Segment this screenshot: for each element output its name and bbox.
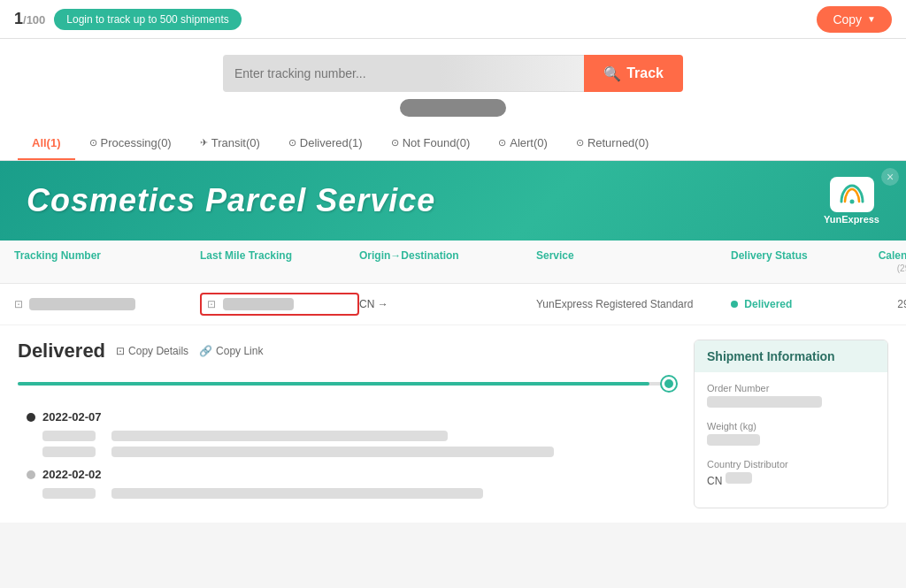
timeline-desc-2 [111,447,554,457]
shipment-info-body: Order Number Weight (kg) Country Distrib… [695,372,887,508]
delivered-dot-icon [731,301,738,308]
copy-details-button[interactable]: ⊡ Copy Details [116,345,188,357]
svg-point-0 [849,200,854,204]
th-delivery-status: Delivery Status [731,249,864,274]
copy-button[interactable]: Copy ▼ [817,6,892,33]
filter-tabs: All(1) ⊙ Processing(0) ✈ Transit(0) ⊙ De… [0,127,906,161]
yunexpress-logo-text: YunExpress [824,214,879,225]
transit-icon: ✈ [200,137,208,149]
tab-notfound[interactable]: ⊙ Not Found(0) [377,127,485,160]
arrow-icon: → [378,298,388,310]
courier-banner: Cosmetics Parcel Service YunExpress × [0,161,906,241]
search-icon: 🔍 [603,65,621,82]
progress-bar [18,375,676,393]
yunexpress-logo-icon [830,177,874,212]
timeline: 2022-02-07 2022-02-02 [18,410,676,499]
order-number-label: Order Number [707,383,875,393]
track-button[interactable]: 🔍 Track [584,55,683,92]
copy-details-icon: ⊡ [116,345,125,357]
alert-icon: ⊙ [498,137,506,149]
table-header: Tracking Number Last Mile Tracking Origi… [0,241,906,284]
td-last-mile: ⊡ [200,293,359,316]
returned-icon: ⊙ [576,137,584,149]
last-mile-cell: ⊡ [200,293,359,316]
td-service: YunExpress Registered Standard [536,298,731,310]
td-tracking-number: ⊡ [14,298,200,310]
search-row: 🔍 Track [223,55,683,92]
progress-track [18,382,676,386]
country-extra-value [726,472,752,484]
delivered-title: Delivered [18,340,105,363]
th-calendar-day: Calendar Day(29.5 d) [864,249,906,274]
country-value: CN [707,475,726,487]
timeline-event-3 [27,488,676,499]
courier-logo: YunExpress [824,177,879,225]
td-origin-dest: CN → [359,298,536,310]
th-service: Service [536,249,731,274]
timeline-time-2 [42,447,96,457]
tab-processing[interactable]: ⊙ Processing(0) [75,127,186,160]
detail-left: Delivered ⊡ Copy Details 🔗 Copy Link 202… [18,340,676,508]
shipment-info-header: Shipment Information [695,340,887,372]
th-tracking-number: Tracking Number [14,249,200,274]
timeline-date-1: 2022-02-07 [27,410,676,424]
blurred-pill [400,99,506,117]
info-field-order: Order Number [707,383,875,412]
country-label: Country Distributor [707,459,875,470]
tab-transit[interactable]: ✈ Transit(0) [186,127,274,160]
table-row: ⊡ ⊡ CN → YunExpress Registered Standard … [0,284,906,325]
tracking-number-value [29,298,135,310]
th-last-mile: Last Mile Tracking [200,249,359,274]
delivered-header: Delivered ⊡ Copy Details 🔗 Copy Link [18,340,676,363]
tracking-table: Tracking Number Last Mile Tracking Origi… [0,241,906,325]
detail-right: Shipment Information Order Number Weight… [694,340,888,508]
timeline-dot-2 [27,470,35,479]
copy-last-mile-icon[interactable]: ⊡ [207,298,216,310]
delivery-status-value: Delivered [744,298,792,310]
tab-delivered[interactable]: ⊙ Delivered(1) [274,127,377,160]
courier-name: Cosmetics Parcel Service [27,182,435,219]
timeline-event-2 [27,447,676,457]
count-total: /100 [23,13,45,27]
progress-dot-icon [662,377,676,391]
search-input[interactable] [223,55,584,92]
timeline-time-3 [42,488,96,499]
weight-label: Weight (kg) [707,421,875,431]
weight-value [707,434,760,446]
copy-tracking-icon[interactable]: ⊡ [14,298,23,310]
order-number-value [707,396,822,408]
td-calendar-day: 29.5 d [864,298,906,310]
delivered-icon: ⊙ [288,137,296,149]
info-field-weight: Weight (kg) [707,421,875,450]
shipment-count: 1/100 [14,10,45,28]
tab-returned[interactable]: ⊙ Returned(0) [562,127,663,160]
search-section: 🔍 Track [0,39,906,127]
timeline-date-2: 2022-02-02 [27,468,676,481]
detail-section: Delivered ⊡ Copy Details 🔗 Copy Link 202… [0,325,906,523]
login-button[interactable]: Login to track up to 500 shipments [54,9,241,30]
timeline-desc-3 [111,488,483,499]
timeline-dot-1 [27,413,35,422]
info-field-country: Country Distributor CN [707,459,875,488]
last-mile-value [223,298,294,310]
banner-close-button[interactable]: × [881,168,899,186]
top-bar-left: 1/100 Login to track up to 500 shipments [14,9,242,30]
copy-arrow-icon: ▼ [867,14,876,24]
th-origin-dest: Origin→Destination [359,249,536,274]
notfound-icon: ⊙ [391,137,399,149]
top-bar: 1/100 Login to track up to 500 shipments… [0,0,906,39]
shipment-info-panel: Shipment Information Order Number Weight… [694,340,888,508]
processing-icon: ⊙ [89,137,97,149]
td-delivery-status: Delivered [731,298,864,310]
copy-link-button[interactable]: 🔗 Copy Link [199,345,263,357]
timeline-event-1 [27,431,676,441]
tab-all[interactable]: All(1) [18,127,75,160]
tab-alert[interactable]: ⊙ Alert(0) [484,127,562,160]
progress-fill [18,382,649,386]
timeline-time-1 [42,431,96,441]
link-icon: 🔗 [199,345,212,357]
timeline-desc-1 [111,431,448,441]
